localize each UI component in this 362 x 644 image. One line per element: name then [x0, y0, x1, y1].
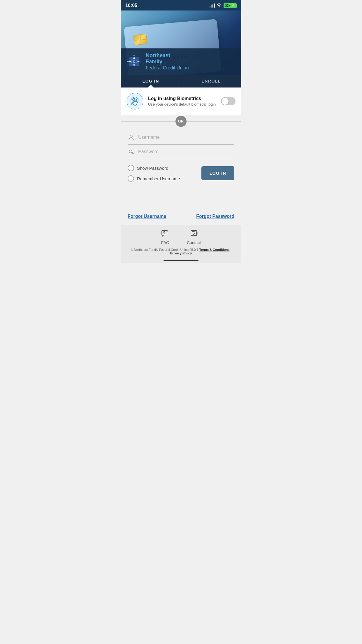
biometrics-title: Log in using Biometrics: [148, 96, 216, 101]
home-indicator: [121, 258, 241, 263]
main-content: Log in using Biometrics Use your device'…: [121, 88, 241, 225]
show-password-row[interactable]: Show Password: [128, 165, 197, 171]
svg-point-19: [194, 235, 194, 235]
show-password-checkbox[interactable]: [128, 165, 134, 171]
logo-bar: N E Northeast Family Federal Credit Unio…: [121, 48, 241, 75]
faq-icon: ?: [161, 229, 169, 239]
forgot-username-link[interactable]: Forgot Username: [128, 214, 166, 219]
forgot-password-link[interactable]: Forgot Password: [196, 214, 234, 219]
key-icon: [128, 148, 135, 155]
privacy-link[interactable]: Privacy Policy: [170, 251, 192, 255]
faq-label: FAQ: [161, 240, 169, 245]
svg-point-5: [133, 61, 135, 62]
checkboxes: Show Password Remember Username: [128, 165, 197, 182]
svg-text:?: ?: [166, 230, 168, 233]
hero-image: 4035 ●●●● ●●●● 1599 N E: [121, 10, 241, 75]
logo-text: Northeast Family Federal Credit Union: [146, 52, 189, 71]
logo-line2: Family: [146, 59, 189, 65]
faq-nav-item[interactable]: ? FAQ: [161, 229, 169, 245]
remember-username-checkbox[interactable]: [128, 175, 134, 182]
toggle-knob: [222, 98, 229, 105]
tab-bar: LOG IN ENROLL: [121, 75, 241, 88]
show-password-label: Show Password: [137, 166, 168, 171]
biometrics-row: Log in using Biometrics Use your device'…: [121, 88, 241, 115]
biometrics-subtitle: Use your device's default biometric logi…: [148, 102, 216, 106]
footer-legal: © Northeast Family Federal Credit Union …: [126, 248, 236, 255]
logo-line1: Northeast: [146, 52, 189, 59]
signal-icon: [210, 4, 215, 8]
fingerprint-icon: [126, 93, 143, 110]
user-icon: [128, 134, 135, 141]
compass-logo: N E: [126, 54, 142, 69]
wifi-icon: [217, 3, 222, 8]
forgot-links: Forgot Username Forgot Password: [121, 205, 241, 225]
or-badge: OR: [175, 116, 187, 127]
remember-username-label: Remember Username: [137, 176, 180, 181]
login-button[interactable]: LOG IN: [201, 166, 234, 180]
home-bar: [164, 260, 198, 261]
options-row: Show Password Remember Username LOG IN: [128, 165, 234, 182]
form-area: Show Password Remember Username LOG IN: [121, 127, 241, 188]
or-divider: OR: [121, 115, 241, 127]
card-chip: [133, 34, 147, 45]
biometrics-toggle[interactable]: [221, 97, 236, 105]
username-input[interactable]: [138, 135, 234, 140]
contact-icon: [190, 229, 198, 239]
status-bar: 10:05 33+ ⚡: [121, 0, 241, 10]
svg-point-13: [130, 135, 132, 137]
tab-login[interactable]: LOG IN: [121, 75, 181, 88]
status-icons: 33+ ⚡: [210, 3, 237, 8]
footer: ? FAQ Contact © Northeast Family Federal…: [121, 225, 241, 258]
svg-point-14: [129, 150, 132, 153]
battery-indicator: 33+ ⚡: [224, 3, 237, 8]
password-input[interactable]: [138, 149, 234, 154]
contact-label: Contact: [187, 240, 201, 245]
svg-point-16: [164, 232, 165, 233]
remember-username-row[interactable]: Remember Username: [128, 175, 197, 182]
password-row: [128, 145, 234, 159]
footer-nav: ? FAQ Contact: [126, 229, 236, 245]
username-row: [128, 130, 234, 145]
terms-link[interactable]: Terms & Conditions: [199, 248, 230, 251]
contact-nav-item[interactable]: Contact: [187, 229, 201, 245]
svg-point-12: [127, 93, 143, 109]
status-time: 10:05: [125, 3, 137, 8]
biometrics-text: Log in using Biometrics Use your device'…: [148, 96, 216, 106]
tab-enroll[interactable]: ENROLL: [181, 75, 242, 88]
logo-line3: Federal Credit Union: [146, 65, 189, 71]
